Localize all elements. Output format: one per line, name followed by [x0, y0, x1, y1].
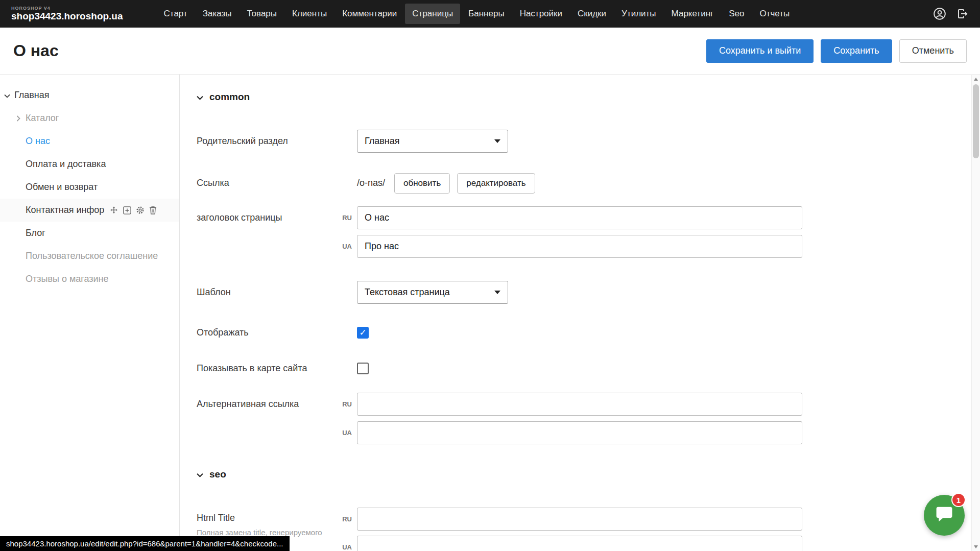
parent-section-value: Главная: [365, 136, 400, 147]
nav-marketing[interactable]: Маркетинг: [664, 4, 721, 24]
tree-item-label: Отзывы о магазине: [26, 274, 109, 284]
nav-reports[interactable]: Отчеты: [752, 4, 797, 24]
sitemap-label: Показывать в карте сайта: [197, 363, 334, 374]
nav-banners[interactable]: Баннеры: [461, 4, 512, 24]
tree-item-soglashenie[interactable]: Пользовательское соглашение: [0, 245, 179, 268]
tree-root-glavnaya[interactable]: Главная: [0, 84, 179, 107]
template-value: Текстовая страница: [365, 287, 450, 298]
tree-root-label: Главная: [14, 90, 50, 101]
nav-comments[interactable]: Комментарии: [335, 4, 404, 24]
tree-item-label: Пользовательское соглашение: [26, 251, 158, 261]
link-row: Ссылка /o-nas/ обновить редактировать: [197, 172, 939, 195]
display-label: Отображать: [197, 327, 334, 338]
section-common-label: common: [209, 91, 250, 103]
section-common-toggle[interactable]: common: [197, 91, 250, 103]
sitemap-checkbox[interactable]: [357, 363, 369, 374]
tree-item-o-nas[interactable]: О нас: [0, 130, 179, 153]
link-refresh-button[interactable]: обновить: [394, 173, 450, 194]
chat-widget-button[interactable]: 1: [924, 495, 965, 536]
save-and-exit-button[interactable]: Сохранить и выйти: [706, 39, 814, 63]
account-icon[interactable]: [933, 7, 946, 20]
nav-products[interactable]: Товары: [240, 4, 284, 24]
nav-utilities[interactable]: Утилиты: [614, 4, 663, 24]
scroll-down-arrow[interactable]: [974, 545, 978, 548]
brand[interactable]: HOROSHOP V4 shop34423.horoshop.ua: [11, 6, 123, 22]
alt-link-label: Альтернативная ссылка: [197, 399, 334, 410]
pages-tree-sidebar: Главная Каталог О нас Оплата и доставка …: [0, 75, 180, 551]
template-label: Шаблон: [197, 287, 334, 298]
nav-discounts[interactable]: Скидки: [570, 4, 613, 24]
status-url: shop34423.horoshop.ua/edit/edit.php?id=6…: [0, 536, 290, 551]
alt-link-ru-row: Альтернативная ссылка RU: [197, 393, 939, 416]
trash-icon[interactable]: [149, 206, 157, 214]
chevron-right-icon[interactable]: [16, 115, 20, 122]
link-edit-button[interactable]: редактировать: [457, 173, 535, 194]
move-icon[interactable]: [109, 206, 118, 215]
section-seo-toggle[interactable]: seo: [197, 469, 226, 480]
html-title-label: Html Title: [197, 513, 235, 523]
chevron-down-icon: [4, 90, 10, 101]
tree-item-oplata[interactable]: Оплата и доставка: [0, 153, 179, 176]
nav-start[interactable]: Старт: [157, 4, 195, 24]
link-path: /o-nas/: [357, 178, 385, 188]
tree-item-blog[interactable]: Блог: [0, 222, 179, 245]
chevron-down-icon: [494, 291, 500, 294]
nav-orders[interactable]: Заказы: [196, 4, 239, 24]
nav-seo[interactable]: Seo: [722, 4, 751, 24]
tree-item-label: Оплата и доставка: [26, 159, 106, 170]
display-checkbox[interactable]: [357, 327, 369, 339]
logout-icon[interactable]: [957, 8, 969, 20]
nav-clients[interactable]: Клиенты: [285, 4, 334, 24]
top-nav: Старт Заказы Товары Клиенты Комментарии …: [157, 4, 797, 24]
alt-link-ru-input[interactable]: [357, 393, 802, 416]
cancel-button[interactable]: Отменить: [899, 39, 967, 63]
lang-tag-ru: RU: [334, 515, 357, 523]
page-header: О нас Сохранить и выйти Сохранить Отмени…: [0, 28, 980, 75]
nav-settings[interactable]: Настройки: [513, 4, 569, 24]
sitemap-row: Показывать в карте сайта: [197, 357, 939, 380]
chevron-down-icon: [197, 91, 203, 103]
html-title-ru-input[interactable]: [357, 508, 802, 531]
page-title-ru-input[interactable]: [357, 206, 802, 229]
html-title-ua-input[interactable]: [357, 536, 802, 551]
scroll-up-arrow[interactable]: [974, 78, 978, 81]
tree-item-obmen[interactable]: Обмен и возврат: [0, 176, 179, 199]
html-title-ua-row: UA: [197, 536, 939, 551]
brand-domain: shop34423.horoshop.ua: [11, 11, 123, 22]
lang-tag-ua: UA: [334, 243, 357, 250]
section-seo-label: seo: [209, 469, 226, 480]
parent-section-select[interactable]: Главная: [357, 130, 508, 153]
tree-item-actions: [109, 206, 157, 215]
tree-item-kontaktnaya[interactable]: Контактная инфор: [0, 199, 179, 222]
tree-item-label: Каталог: [26, 113, 59, 124]
chat-bubble-icon: [935, 505, 954, 525]
vertical-scrollbar[interactable]: [971, 75, 980, 551]
topbar: HOROSHOP V4 shop34423.horoshop.ua Старт …: [0, 0, 980, 28]
nav-pages[interactable]: Страницы: [405, 4, 460, 24]
edit-form: common Родительский раздел Главная Ссылк…: [180, 75, 980, 551]
link-label: Ссылка: [197, 178, 334, 188]
lang-tag-ru: RU: [334, 400, 357, 408]
page-title: О нас: [13, 41, 59, 60]
template-select[interactable]: Текстовая страница: [357, 281, 508, 304]
template-row: Шаблон Текстовая страница: [197, 281, 939, 304]
header-actions: Сохранить и выйти Сохранить Отменить: [706, 39, 967, 63]
lang-tag-ua: UA: [334, 543, 357, 551]
tree-item-otzyvy[interactable]: Отзывы о магазине: [0, 268, 179, 291]
lang-tag-ru: RU: [334, 214, 357, 222]
alt-link-ua-input[interactable]: [357, 421, 802, 444]
tree-item-katalog[interactable]: Каталог: [0, 107, 179, 130]
app-root: HOROSHOP V4 shop34423.horoshop.ua Старт …: [0, 0, 980, 551]
page-title-ua-input[interactable]: [357, 235, 802, 258]
parent-section-label: Родительский раздел: [197, 136, 334, 147]
alt-link-ua-row: UA: [197, 421, 939, 444]
save-button[interactable]: Сохранить: [821, 39, 892, 63]
body: Главная Каталог О нас Оплата и доставка …: [0, 75, 980, 551]
parent-section-row: Родительский раздел Главная: [197, 130, 939, 153]
gear-icon[interactable]: [136, 206, 145, 214]
scroll-thumb[interactable]: [973, 84, 979, 158]
html-title-ru-row: Html Title Полная замена title, генериру…: [197, 508, 939, 531]
add-icon[interactable]: [123, 206, 131, 214]
page-title-ua-row: UA: [197, 235, 939, 258]
chat-unread-badge: 1: [951, 493, 966, 507]
